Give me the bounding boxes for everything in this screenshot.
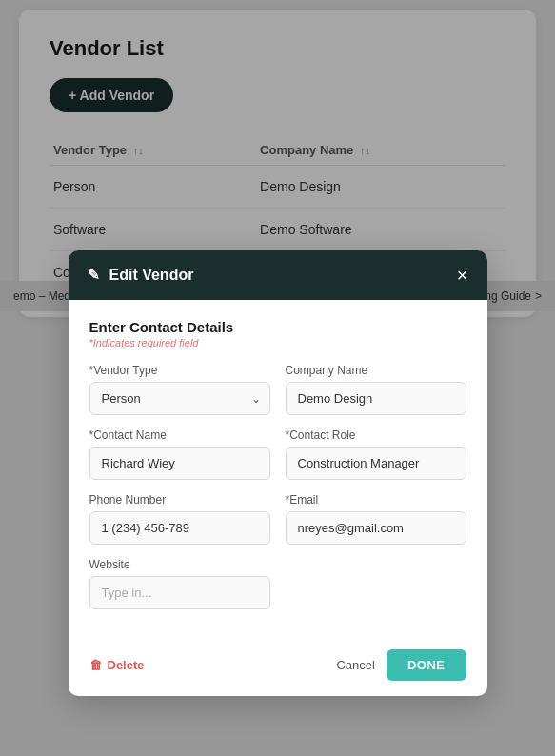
email-label: *Email [286, 493, 466, 507]
modal-body: Enter Contact Details *Indicates require… [69, 300, 487, 638]
company-name-input[interactable] [286, 382, 466, 415]
modal-header: ✎ Edit Vendor × [69, 250, 487, 300]
contact-name-input[interactable] [89, 447, 270, 480]
form-row-2: *Contact Name *Contact Role [89, 428, 466, 480]
form-row-3: Phone Number *Email [89, 493, 466, 545]
contact-name-label: *Contact Name [89, 428, 270, 442]
modal-section-title: Enter Contact Details [89, 319, 466, 335]
contact-role-group: *Contact Role [286, 428, 466, 480]
form-row-4: Website [89, 558, 466, 609]
modal-close-button[interactable]: × [457, 266, 468, 285]
vendor-type-select-wrapper: Person Software Company ⌄ [89, 382, 270, 415]
modal-overlay: ✎ Edit Vendor × Enter Contact Details *I… [0, 0, 555, 756]
vendor-type-select[interactable]: Person Software Company [89, 382, 270, 415]
form-row-1: *Vendor Type Person Software Company ⌄ C… [89, 364, 466, 415]
trash-icon: 🗑 [89, 658, 102, 672]
required-note: *Indicates required field [89, 337, 466, 348]
website-label: Website [89, 558, 270, 571]
phone-number-label: Phone Number [89, 493, 270, 507]
modal-title: ✎ Edit Vendor [88, 267, 194, 284]
vendor-type-group: *Vendor Type Person Software Company ⌄ [89, 364, 270, 415]
email-input[interactable] [286, 511, 466, 545]
footer-actions: Cancel DONE [336, 649, 466, 681]
done-button[interactable]: DONE [387, 649, 466, 681]
website-input[interactable] [89, 576, 270, 609]
contact-role-label: *Contact Role [286, 428, 466, 442]
phone-number-input[interactable] [89, 511, 270, 545]
delete-button[interactable]: 🗑 Delete [89, 658, 145, 672]
company-name-group: Company Name [286, 364, 466, 415]
company-name-label: Company Name [286, 364, 466, 377]
email-group: *Email [286, 493, 466, 545]
website-group: Website [89, 558, 270, 609]
contact-name-group: *Contact Name [89, 428, 270, 480]
vendor-type-label: *Vendor Type [89, 364, 270, 377]
cancel-button[interactable]: Cancel [336, 658, 374, 672]
edit-vendor-modal: ✎ Edit Vendor × Enter Contact Details *I… [69, 250, 487, 696]
phone-number-group: Phone Number [89, 493, 270, 545]
modal-footer: 🗑 Delete Cancel DONE [69, 638, 487, 696]
edit-icon: ✎ [88, 267, 100, 284]
contact-role-input[interactable] [286, 447, 466, 480]
